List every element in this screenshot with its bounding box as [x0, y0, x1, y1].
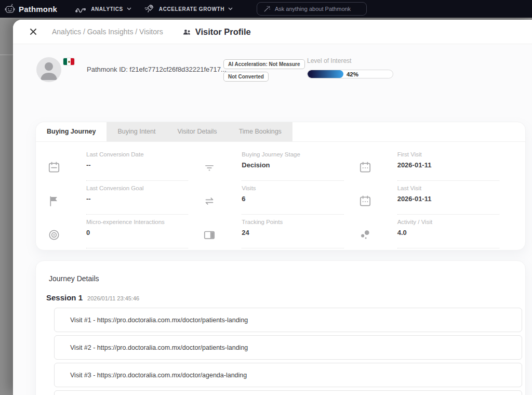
stat-value: 2026-01-11 — [397, 195, 499, 203]
session-name: Session 1 — [46, 293, 83, 302]
status-badges: AI Acceleration: Not Measure Not Convert… — [223, 59, 305, 82]
breadcrumb[interactable]: Analytics / Goals Insights / Visitors — [52, 28, 163, 36]
stat-label: Micro-experience Interactions — [86, 219, 188, 225]
stat-value: 2026-01-11 — [397, 161, 499, 169]
stat-label: Last Conversion Goal — [86, 185, 188, 191]
tab-buying-intent[interactable]: Buying Intent — [107, 122, 166, 141]
stat-item: Tracking Points 24 — [203, 215, 358, 248]
visit-row[interactable]: Visit #4 - https://pro.doctoralia.com.mx… — [54, 390, 522, 395]
tab-buying-journey[interactable]: Buying Journey — [36, 122, 107, 141]
stat-label: Last Visit — [397, 185, 499, 191]
visit-label: Visit #1 - https://pro.doctoralia.com.mx… — [70, 317, 248, 324]
brand-name: Pathmonk — [19, 5, 57, 14]
visitors-people-icon — [182, 28, 191, 36]
ask-anything-placeholder: Ask anything about Pathmonk — [275, 6, 351, 12]
stat-value: 0 — [86, 229, 188, 236]
stat-item: Micro-experience Interactions 0 — [47, 215, 203, 248]
bubbles-icon — [358, 215, 397, 248]
tab-bar: Buying Journey Buying Intent Visitor Det… — [36, 122, 292, 141]
analytics-squiggle-icon — [75, 4, 87, 14]
nav-accelerate-growth[interactable]: ACCELERATE GROWTH — [143, 3, 233, 15]
top-nav: Pathmonk ANALYTICS ACCEL — [0, 0, 532, 18]
ripple-icon — [47, 215, 86, 248]
calendar-icon — [358, 147, 397, 181]
stat-item: Last Conversion Goal -- — [47, 181, 203, 215]
layout-icon — [203, 215, 242, 248]
chevron-down-icon — [127, 7, 131, 10]
visit-row[interactable]: Visit #3 - https://pro.doctoralia.com.mx… — [54, 363, 522, 387]
stat-item: Visits 6 — [203, 181, 358, 215]
stat-item: Last Visit 2026-01-11 — [358, 181, 514, 215]
flag-icon — [47, 181, 86, 215]
level-of-interest-value: 42% — [347, 71, 358, 77]
level-of-interest-label: Level of Interest — [307, 57, 393, 64]
nav-analytics[interactable]: ANALYTICS — [75, 4, 131, 14]
visit-row[interactable]: Visit #2 - https://pro.doctoralia.com.mx… — [54, 335, 522, 360]
stat-value: -- — [86, 161, 188, 169]
stat-value: Decision — [242, 161, 343, 169]
filter-icon — [203, 147, 242, 181]
tab-time-bookings[interactable]: Time Bookings — [228, 122, 292, 141]
status-badge: AI Acceleration: Not Measure — [223, 59, 305, 69]
nav-analytics-label: ANALYTICS — [91, 6, 123, 12]
stat-label: First Visit — [397, 151, 499, 157]
stat-label: Last Conversion Date — [86, 151, 188, 157]
brand[interactable]: Pathmonk — [4, 3, 57, 15]
rocket-icon — [143, 3, 155, 15]
repeat-icon — [203, 181, 242, 215]
journey-details-title: Journey Details — [49, 274, 99, 283]
stat-value: 4.0 — [397, 229, 499, 236]
stat-label: Visits — [242, 185, 343, 191]
stat-label: Activity / Visit — [397, 219, 499, 225]
panel-body: Pathmonk ID: f21efc7712cf26f8d32221fe717… — [13, 44, 532, 395]
tab-visitor-details[interactable]: Visitor Details — [166, 122, 228, 141]
ask-anything-input[interactable]: Ask anything about Pathmonk — [257, 2, 367, 16]
pathmonk-robot-logo-icon — [4, 3, 16, 15]
visit-list: Visit #1 - https://pro.doctoralia.com.mx… — [54, 308, 522, 395]
session-timestamp: 2026/01/11 23:45:46 — [87, 295, 139, 301]
buying-journey-card: Buying Journey Buying Intent Visitor Det… — [35, 122, 526, 251]
panel-header: Analytics / Goals Insights / Visitors Vi… — [13, 20, 532, 44]
calendar-edit-icon — [47, 147, 86, 181]
chevron-down-icon — [228, 7, 233, 10]
screen: Pathmonk ANALYTICS ACCEL — [0, 0, 532, 395]
avatar — [36, 57, 61, 82]
level-of-interest: Level of Interest 42% — [307, 57, 393, 78]
pathmonk-id: Pathmonk ID: f21efc7712cf26f8d32221fe717… — [87, 65, 227, 73]
visit-label: Visit #2 - https://pro.doctoralia.com.mx… — [70, 344, 248, 351]
tab-divider — [36, 141, 525, 142]
visit-label: Visit #3 - https://pro.doctoralia.com.mx… — [70, 372, 247, 379]
page-title: Visitor Profile — [195, 27, 251, 37]
mexico-flag-icon — [63, 58, 74, 65]
stat-label: Buying Journey Stage — [242, 151, 343, 157]
stat-value: 24 — [242, 229, 343, 236]
level-of-interest-bar: 42% — [307, 70, 393, 78]
visit-row[interactable]: Visit #1 - https://pro.doctoralia.com.mx… — [54, 308, 522, 332]
visitor-profile-panel: Analytics / Goals Insights / Visitors Vi… — [13, 20, 532, 395]
stat-item: First Visit 2026-01-11 — [358, 147, 514, 181]
backdrop-divider — [0, 55, 13, 55]
stat-item: Activity / Visit 4.0 — [358, 215, 514, 248]
stat-item: Last Conversion Date -- — [47, 147, 203, 181]
level-of-interest-fill — [308, 70, 343, 78]
stat-item: Buying Journey Stage Decision — [203, 147, 358, 181]
stats-grid: Last Conversion Date -- Buying Journey S… — [47, 147, 514, 248]
profile-summary: Pathmonk ID: f21efc7712cf26f8d32221fe717… — [36, 57, 526, 98]
magic-wand-icon — [263, 5, 271, 12]
calendar-icon — [358, 181, 397, 215]
nav-growth-label: ACCELERATE GROWTH — [159, 6, 224, 12]
session-header: Session 1 2026/01/11 23:45:46 — [46, 293, 139, 302]
close-icon[interactable] — [29, 27, 38, 36]
stat-value: 6 — [242, 195, 343, 203]
stat-label: Tracking Points — [242, 219, 343, 225]
journey-details-card: Journey Details Session 1 2026/01/11 23:… — [35, 260, 526, 395]
status-badge: Not Converted — [223, 72, 269, 82]
stat-value: -- — [86, 195, 188, 203]
